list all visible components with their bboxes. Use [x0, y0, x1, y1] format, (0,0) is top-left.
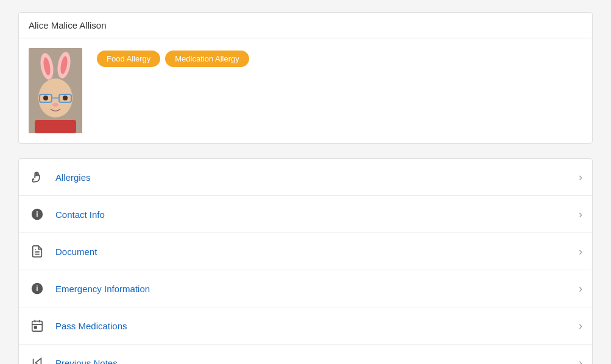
- profile-card-body: Food Allergy Medication Allergy: [19, 38, 592, 143]
- chevron-right-icon-medications: ›: [579, 320, 582, 332]
- svg-rect-22: [32, 321, 43, 332]
- chevron-right-icon-document: ›: [579, 245, 582, 258]
- document-icon: [29, 243, 46, 260]
- menu-item-emergency-information[interactable]: i Emergency Information ›: [19, 270, 592, 307]
- allergy-badges: Food Allergy Medication Allergy: [97, 48, 249, 67]
- svg-point-10: [63, 96, 68, 100]
- chevron-right-icon-notes: ›: [579, 357, 582, 365]
- info-circle-icon-emergency: i: [29, 280, 46, 297]
- menu-label-previous-notes: Previous Notes: [55, 358, 579, 365]
- chevron-right-icon-allergies: ›: [579, 171, 582, 184]
- menu-label-contact-info: Contact Info: [55, 209, 579, 220]
- info-circle-icon-contact: i: [29, 206, 46, 223]
- chevron-right-icon-contact: ›: [579, 208, 582, 221]
- profile-name: Alice Malice Allison: [29, 20, 107, 30]
- calendar-icon: [29, 317, 46, 334]
- menu-list: Allergies › i Contact Info ›: [18, 158, 593, 364]
- menu-item-previous-notes[interactable]: Previous Notes ›: [19, 345, 592, 364]
- menu-label-emergency-information: Emergency Information: [55, 284, 579, 294]
- rewind-icon: [29, 354, 46, 364]
- svg-rect-26: [34, 326, 37, 329]
- svg-rect-13: [35, 120, 76, 133]
- medication-allergy-badge[interactable]: Medication Allergy: [165, 51, 249, 67]
- svg-text:i: i: [36, 284, 38, 293]
- menu-item-document[interactable]: Document ›: [19, 233, 592, 270]
- menu-label-document: Document: [55, 247, 579, 257]
- profile-card: Alice Malice Allison: [18, 12, 593, 144]
- menu-item-allergies[interactable]: Allergies ›: [19, 159, 592, 196]
- svg-point-9: [43, 96, 48, 100]
- profile-card-header: Alice Malice Allison: [19, 13, 592, 38]
- menu-label-allergies: Allergies: [55, 172, 579, 183]
- avatar: [29, 48, 82, 133]
- svg-text:i: i: [36, 210, 38, 219]
- hand-icon: [29, 169, 46, 186]
- menu-item-pass-medications[interactable]: Pass Medications ›: [19, 307, 592, 345]
- page-wrapper: Alice Malice Allison: [0, 0, 611, 364]
- menu-label-pass-medications: Pass Medications: [55, 321, 579, 331]
- menu-item-contact-info[interactable]: i Contact Info ›: [19, 196, 592, 233]
- svg-marker-27: [35, 359, 41, 364]
- chevron-right-icon-emergency: ›: [579, 282, 582, 295]
- food-allergy-badge[interactable]: Food Allergy: [97, 51, 160, 67]
- svg-point-11: [52, 103, 58, 107]
